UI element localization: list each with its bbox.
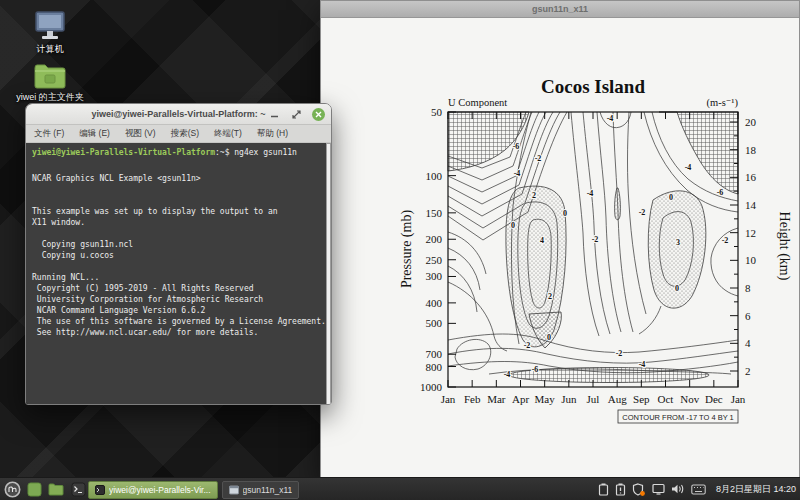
svg-text:0: 0 [511, 221, 515, 230]
taskbar-clock[interactable]: 8月2日星期日 14:20 [712, 483, 796, 496]
svg-text:16: 16 [745, 171, 757, 183]
x11-window-title: gsun11n_x11 [532, 4, 588, 14]
x11-titlebar[interactable]: gsun11n_x11 [321, 1, 799, 18]
svg-text:-2: -2 [616, 349, 623, 358]
svg-text:-2: -2 [722, 236, 729, 245]
volume-icon[interactable] [671, 483, 685, 495]
terminal-content[interactable]: yiwei@yiwei-Parallels-Virtual-Platform:~… [26, 143, 331, 405]
menu-button[interactable] [3, 480, 21, 498]
menu-help[interactable]: 帮助 (H) [257, 128, 288, 140]
menu-view[interactable]: 视图 (V) [125, 128, 156, 140]
svg-text:400: 400 [426, 297, 443, 309]
desktop-icon-home-folder[interactable]: yiwei 的主文件夹 [10, 62, 90, 102]
svg-text:1000: 1000 [420, 381, 443, 393]
svg-text:-6: -6 [532, 365, 539, 374]
desktop: 计算机 yiwei 的主文件夹 gsun11n_x11 [0, 0, 800, 500]
contour-note-text: CONTOUR FROM -17 TO 4 BY 1 [622, 413, 734, 422]
taskbar-window-list: yiwei@yiwei-Parallels-Vir... gsun11n_x11 [88, 481, 299, 499]
svg-text:200: 200 [426, 233, 443, 245]
taskbar-item-gsun11n-x11[interactable]: gsun11n_x11 [222, 481, 300, 499]
svg-text:Jul: Jul [587, 393, 600, 405]
minimize-button[interactable] [268, 108, 281, 121]
svg-text:Jan: Jan [441, 393, 456, 405]
chart-units-label: (m-s⁻¹) [707, 97, 739, 109]
svg-text:0: 0 [675, 284, 679, 293]
svg-text:0: 0 [563, 209, 567, 218]
menu-file[interactable]: 文件 (F) [34, 128, 64, 140]
svg-text:0: 0 [547, 333, 551, 342]
svg-text:8: 8 [745, 282, 751, 294]
svg-text:Nov: Nov [680, 393, 699, 405]
x11-canvas: Cocos Island U Component (m-s⁻¹) Pressur… [321, 18, 799, 479]
desktop-icon-computer[interactable]: 计算机 [10, 10, 90, 54]
terminal-titlebar[interactable]: yiwei@yiwei-Parallels-Virtual-Platform: … [26, 104, 331, 125]
svg-text:0: 0 [669, 193, 673, 202]
svg-text:2: 2 [532, 191, 536, 200]
taskbar-item-label: gsun11n_x11 [243, 485, 293, 495]
taskbar-item-terminal[interactable]: yiwei@yiwei-Parallels-Vir... [88, 481, 218, 499]
folder-icon [32, 62, 68, 90]
scrollbar-thumb[interactable] [326, 143, 331, 405]
window-icon [229, 485, 239, 495]
desktop-icon-label: yiwei 的主文件夹 [16, 92, 84, 102]
menu-edit[interactable]: 编辑 (E) [79, 128, 110, 140]
contour-note-box: CONTOUR FROM -17 TO 4 BY 1 [618, 410, 738, 423]
update-shield-icon[interactable] [632, 483, 646, 496]
svg-text:Oct: Oct [658, 393, 674, 405]
svg-text:4: 4 [540, 236, 544, 245]
prompt-user-host: yiwei@yiwei-Parallels-Virtual-Platform [32, 148, 215, 157]
display-icon[interactable] [652, 483, 665, 495]
typed-command: ng4ex gsun11n [234, 148, 297, 157]
keyboard-input-icon[interactable] [691, 484, 706, 495]
svg-text:2: 2 [745, 365, 751, 377]
menu-terminal[interactable]: 终端(T) [214, 128, 242, 140]
desktop-icons: 计算机 yiwei 的主文件夹 [10, 10, 90, 102]
terminal-output: NCAR Graphics NCL Example <gsun11n> This… [26, 158, 331, 338]
svg-text:700: 700 [426, 348, 443, 360]
svg-text:14: 14 [745, 199, 757, 211]
svg-text:-4: -4 [607, 114, 614, 123]
terminal-icon [95, 485, 105, 495]
maximize-button[interactable] [290, 108, 303, 121]
svg-text:50: 50 [431, 106, 443, 118]
battery-alert-icon[interactable] [615, 483, 626, 496]
desktop-icon-label: 计算机 [37, 44, 64, 54]
svg-text:Apr: Apr [512, 393, 529, 405]
svg-text:100: 100 [426, 170, 443, 182]
menu-search[interactable]: 搜索(S) [171, 128, 199, 140]
svg-text:18: 18 [745, 144, 757, 156]
svg-text:4: 4 [745, 337, 751, 349]
svg-text:3: 3 [676, 238, 680, 247]
files-launcher[interactable] [47, 480, 65, 498]
svg-text:-2: -2 [592, 235, 599, 244]
y-axis-left-title: Pressure (mb) [399, 210, 415, 288]
svg-text:Aug: Aug [608, 393, 627, 405]
terminal-scrollbar[interactable] [326, 143, 331, 405]
svg-text:12: 12 [745, 227, 756, 239]
svg-text:-2: -2 [524, 341, 531, 350]
svg-text:-6: -6 [717, 188, 724, 197]
prompt-line: yiwei@yiwei-Parallels-Virtual-Platform:~… [26, 143, 331, 158]
svg-text:Jan: Jan [731, 393, 746, 405]
svg-text:150: 150 [426, 207, 443, 219]
close-button[interactable] [312, 108, 325, 121]
terminal-launcher[interactable] [69, 480, 87, 498]
svg-text:20: 20 [745, 116, 757, 128]
svg-text:-2: -2 [535, 154, 542, 163]
computer-icon [31, 10, 69, 42]
system-tray: 8月2日星期日 14:20 [598, 478, 796, 500]
svg-text:-6: -6 [513, 142, 520, 151]
svg-text:Sep: Sep [633, 393, 650, 405]
svg-text:-4: -4 [639, 360, 646, 369]
svg-text:Jun: Jun [561, 393, 577, 405]
svg-text:800: 800 [426, 361, 443, 373]
battery-icon[interactable] [598, 483, 609, 496]
show-desktop-launcher[interactable] [25, 480, 43, 498]
svg-text:Mar: Mar [487, 393, 506, 405]
terminal-menubar: 文件 (F) 编辑 (E) 视图 (V) 搜索(S) 终端(T) 帮助 (H) [26, 125, 331, 143]
svg-text:-4: -4 [504, 370, 511, 379]
svg-text:250: 250 [426, 254, 443, 266]
svg-text:2: 2 [548, 292, 552, 301]
svg-text:300: 300 [426, 270, 443, 282]
x11-window: gsun11n_x11 Cocos Island U Component (m-… [320, 0, 800, 478]
